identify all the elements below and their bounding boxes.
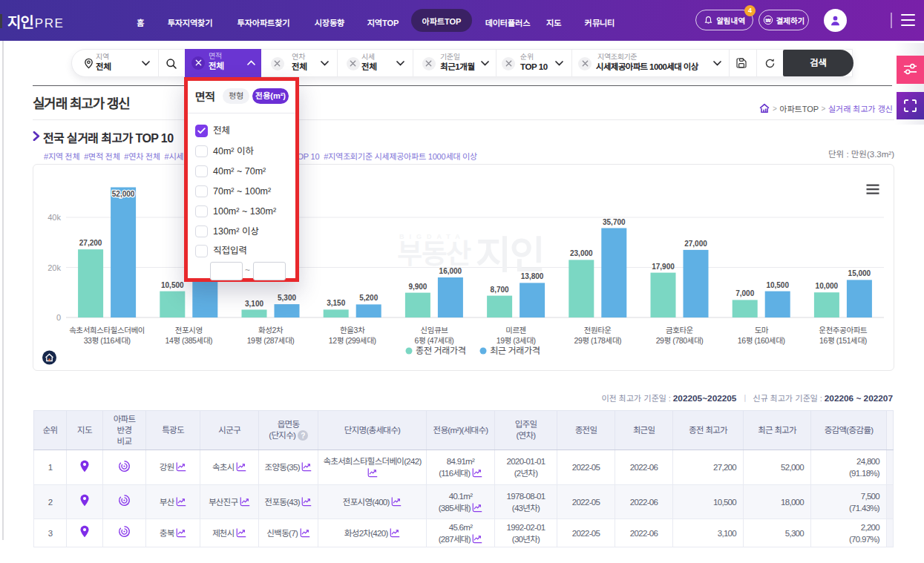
svg-text:3,100: 3,100 bbox=[245, 300, 263, 308]
svg-text:29평 (780세대): 29평 (780세대) bbox=[656, 336, 704, 345]
svg-text:0: 0 bbox=[56, 313, 61, 322]
svg-text:종전 거래가격: 종전 거래가격 bbox=[416, 346, 465, 356]
svg-text:3,150: 3,150 bbox=[327, 299, 345, 307]
svg-text:19평 (287세대): 19평 (287세대) bbox=[247, 336, 295, 345]
svg-text:신임큐브: 신임큐브 bbox=[420, 326, 448, 335]
svg-text:9,900: 9,900 bbox=[408, 283, 427, 291]
svg-text:16,000: 16,000 bbox=[439, 267, 462, 275]
svg-text:도마: 도마 bbox=[754, 326, 768, 335]
svg-text:29평 (178세대): 29평 (178세대) bbox=[574, 336, 621, 345]
svg-text:전포시영: 전포시영 bbox=[175, 326, 203, 335]
svg-text:속초서희스타힐스더베이: 속초서희스타힐스더베이 bbox=[69, 326, 145, 335]
svg-text:최근 거래가격: 최근 거래가격 bbox=[490, 346, 540, 356]
svg-text:7,000: 7,000 bbox=[735, 289, 754, 297]
svg-text:화성2차: 화성2차 bbox=[258, 326, 284, 335]
svg-text:15,000: 15,000 bbox=[848, 269, 871, 277]
svg-text:19평 (3세대): 19평 (3세대) bbox=[497, 336, 536, 345]
svg-text:부동산: 부동산 bbox=[397, 239, 471, 269]
svg-text:10,500: 10,500 bbox=[766, 281, 789, 289]
svg-text:미르젠: 미르젠 bbox=[505, 326, 526, 335]
svg-text:35,700: 35,700 bbox=[603, 218, 626, 226]
svg-text:27,000: 27,000 bbox=[684, 240, 707, 248]
svg-text:20k: 20k bbox=[47, 263, 61, 272]
svg-text:5,300: 5,300 bbox=[278, 294, 296, 302]
svg-text:33평 (116세대): 33평 (116세대) bbox=[84, 336, 131, 345]
svg-text:12평 (299세대): 12평 (299세대) bbox=[329, 336, 376, 345]
svg-text:23,000: 23,000 bbox=[570, 249, 593, 257]
svg-text:16평 (160세대): 16평 (160세대) bbox=[738, 336, 785, 345]
svg-text:40k: 40k bbox=[47, 213, 61, 222]
svg-text:?: ? bbox=[301, 432, 305, 440]
svg-text:운천주공아파트: 운천주공아파트 bbox=[819, 326, 868, 335]
svg-text:52,000: 52,000 bbox=[112, 190, 135, 198]
svg-text:10,000: 10,000 bbox=[816, 282, 839, 290]
svg-text:13,800: 13,800 bbox=[521, 272, 544, 280]
svg-text:한을3차: 한을3차 bbox=[340, 326, 365, 335]
svg-text:금호타운: 금호타운 bbox=[666, 326, 693, 335]
svg-text:14평 (385세대): 14평 (385세대) bbox=[165, 336, 212, 345]
svg-text:17,900: 17,900 bbox=[652, 263, 675, 271]
svg-text:지인: 지인 bbox=[476, 234, 544, 277]
svg-text:5,200: 5,200 bbox=[359, 294, 378, 302]
svg-text:6평 (47세대): 6평 (47세대) bbox=[414, 336, 453, 345]
svg-text:₩: ₩ bbox=[765, 17, 770, 24]
svg-text:8,700: 8,700 bbox=[491, 286, 509, 294]
svg-text:10,500: 10,500 bbox=[161, 281, 184, 289]
svg-text:27,200: 27,200 bbox=[79, 239, 102, 247]
svg-text:16평 (151세대): 16평 (151세대) bbox=[819, 336, 867, 345]
svg-text:전원타운: 전원타운 bbox=[584, 326, 612, 335]
